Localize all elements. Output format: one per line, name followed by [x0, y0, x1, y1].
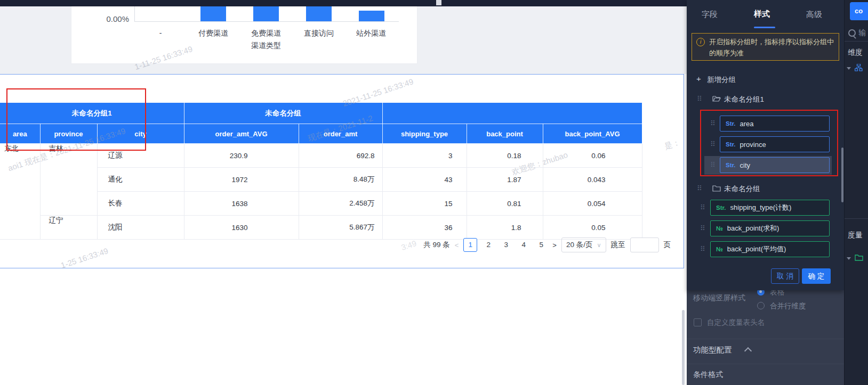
col-header-city[interactable]: city: [97, 124, 184, 144]
caret-down-icon[interactable]: [847, 67, 851, 70]
page-number-5[interactable]: 5: [535, 239, 548, 251]
grouping-notice: i 开启指标分组时，指标排序以指标分组中的顺序为准: [692, 33, 839, 61]
col-header-province[interactable]: province: [40, 124, 97, 144]
drag-handle-icon[interactable]: ⠿: [700, 245, 705, 253]
field-pill-city[interactable]: Str. city: [720, 157, 830, 173]
custom-measure-header-checkbox[interactable]: [694, 318, 702, 326]
pagination: 共 99 条 < 1 2 3 4 5 > 20 条/页 ∨ 跳至 页: [423, 237, 671, 252]
cell-value: 1.8: [467, 216, 543, 240]
functional-config-section[interactable]: 功能型配置: [693, 345, 732, 355]
jump-suffix: 页: [664, 240, 671, 250]
cell-value: 8.48万: [299, 168, 382, 192]
page-number-3[interactable]: 3: [500, 239, 512, 251]
bar-paid-channel[interactable]: [200, 6, 226, 21]
cell-province: 吉林: [40, 144, 97, 216]
col-header-back-point[interactable]: back_point: [467, 124, 543, 144]
app-root: 0.00% - 付费渠道 免费渠道 直接访问 站外渠道 渠道类型 未命名分组1 …: [0, 0, 868, 385]
drag-handle-icon[interactable]: ⠿: [697, 95, 702, 103]
page-number-2[interactable]: 2: [482, 239, 495, 251]
search-icon[interactable]: [848, 29, 856, 37]
measure-section-label: 度量: [848, 231, 863, 240]
cell-value: 692.8: [299, 144, 382, 168]
page-number-1[interactable]: 1: [463, 238, 477, 252]
group1-name[interactable]: 未命名分组1: [724, 95, 764, 104]
measure-folder-icon: [855, 254, 863, 261]
chart-plot-left-edge: [134, 6, 135, 21]
config-button[interactable]: co: [850, 2, 868, 20]
group2-name[interactable]: 未命名分组: [724, 184, 760, 194]
group-header-3[interactable]: [382, 103, 642, 124]
field-name: shipping_type(计数): [730, 203, 792, 212]
table-row: 东北 吉林 辽源 230.9 692.8 3 0.18 0.06: [0, 144, 642, 168]
cell-city: 通化: [97, 168, 184, 192]
search-placeholder[interactable]: 输: [858, 28, 868, 38]
group-header-1[interactable]: 未命名分组1: [0, 103, 184, 124]
cell-city: 沈阳: [97, 216, 184, 240]
field-pill-back-point-avg[interactable]: № back_point(平均值): [710, 241, 830, 257]
cell-value: 0.054: [543, 192, 642, 216]
folder-open-icon: [712, 95, 721, 102]
active-tab-underline: [754, 27, 775, 28]
cell-value: 2.458万: [299, 192, 382, 216]
style-panel-bottom-section: [687, 276, 844, 385]
cell-value: 1638: [184, 192, 299, 216]
col-header-area[interactable]: area: [0, 124, 40, 144]
cell-value: 0.05: [543, 216, 642, 240]
col-header-shipping-type[interactable]: shipping_type: [382, 124, 467, 144]
table-row: 辽宁 沈阳 1630 5.867万 36 1.8 0.05: [0, 216, 642, 240]
add-group-button[interactable]: 新增分组: [707, 75, 736, 85]
tab-style[interactable]: 样式: [754, 9, 770, 19]
dimension-section-label: 维度: [848, 48, 863, 58]
col-header-order-amt-avg[interactable]: order_amt_AVG: [184, 124, 299, 144]
canvas-scrollbar[interactable]: [682, 310, 685, 385]
drag-handle-icon[interactable]: ⠿: [700, 225, 705, 232]
grouping-notice-text: 开启指标分组时，指标排序以指标分组中的顺序为准: [709, 36, 834, 59]
cell-value: 0.043: [543, 168, 642, 192]
cell-value: 36: [382, 216, 467, 240]
tab-advanced[interactable]: 高级: [806, 10, 822, 20]
confirm-button[interactable]: 确 定: [802, 268, 831, 284]
cell-province: 辽宁: [40, 216, 97, 240]
field-pill-area[interactable]: Str. area: [720, 116, 830, 132]
field-type-badge: Str.: [726, 120, 736, 127]
topbar-scroll-notch[interactable]: [436, 0, 441, 5]
radio-merge-rows-label[interactable]: 合并行维度: [770, 301, 806, 311]
field-panel: co 输 维度 度量: [844, 0, 868, 385]
group-header-2[interactable]: 未命名分组: [184, 103, 382, 124]
field-pill-back-point-sum[interactable]: № back_point(求和): [710, 220, 830, 236]
field-pill-shipping-type[interactable]: Str. shipping_type(计数): [710, 200, 830, 216]
field-type-badge: Str.: [716, 204, 726, 211]
radio-merge-rows[interactable]: [757, 302, 765, 309]
plus-icon: +: [696, 74, 701, 83]
cancel-button[interactable]: 取 消: [771, 268, 799, 284]
field-name: back_point(求和): [727, 224, 779, 233]
drag-handle-icon[interactable]: ⠿: [697, 185, 702, 192]
jump-page-input[interactable]: [630, 237, 659, 252]
cell-value: 1972: [184, 168, 299, 192]
cell-value: 3: [382, 144, 467, 168]
field-pill-province[interactable]: Str. province: [720, 136, 830, 152]
field-name: area: [740, 120, 754, 128]
page-size-value: 20 条/页: [566, 238, 593, 252]
bar-direct-visit[interactable]: [306, 6, 332, 21]
page-number-4[interactable]: 4: [517, 239, 530, 251]
col-header-back-point-avg[interactable]: back_point_AVG: [543, 124, 642, 144]
drag-handle-icon[interactable]: ⠿: [710, 141, 716, 148]
drag-handle-icon[interactable]: ⠿: [700, 204, 705, 211]
bar-external-channel[interactable]: [359, 11, 384, 21]
prev-page-button[interactable]: <: [455, 241, 459, 249]
tab-fields[interactable]: 字段: [702, 10, 718, 20]
conditional-format-label[interactable]: 条件格式: [693, 370, 723, 380]
page-size-select[interactable]: 20 条/页 ∨: [561, 237, 606, 252]
chart-x-axis-title: 渠道类型: [234, 41, 298, 51]
cell-value: 1630: [184, 216, 299, 240]
caret-down-icon[interactable]: [847, 257, 851, 260]
bar-free-channel[interactable]: [253, 6, 279, 21]
style-panel-scrollbar[interactable]: [841, 148, 843, 202]
cell-city: 长春: [97, 192, 184, 216]
bar-chart-card[interactable]: 0.00% - 付费渠道 免费渠道 直接访问 站外渠道 渠道类型: [71, 6, 417, 64]
drag-handle-icon[interactable]: ⠿: [710, 161, 716, 169]
next-page-button[interactable]: >: [552, 241, 557, 249]
drag-handle-icon[interactable]: ⠿: [710, 120, 716, 127]
col-header-order-amt[interactable]: order_amt: [299, 124, 382, 144]
